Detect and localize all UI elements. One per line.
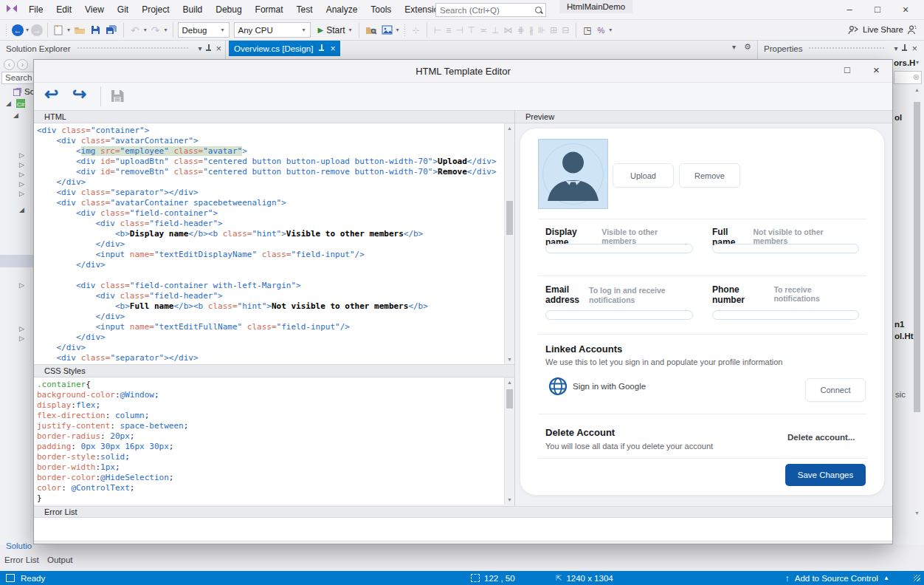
layout-tool-icon-9[interactable]: ⊪ (536, 25, 548, 35)
properties-combo-dropdown-icon[interactable]: ▾ (916, 59, 919, 66)
scrollbar-thumb[interactable] (914, 102, 920, 412)
code-line[interactable]: <input name="textEditDisplayName" class=… (37, 250, 514, 260)
code-line[interactable]: <div class="avatarContainer spacebetween… (37, 198, 514, 208)
output-tab[interactable]: Output (47, 555, 73, 564)
quick-search-input[interactable]: Search (Ctrl+Q) (435, 3, 546, 17)
tree-expanded-icon[interactable]: ◢ (6, 100, 11, 107)
scroll-up-icon[interactable]: ▲ (505, 380, 514, 385)
save-template-button[interactable] (109, 88, 125, 106)
layout-tool-icon-1[interactable]: ≡ (444, 25, 453, 35)
start-debugging-button[interactable]: ▶ Start ▾ (317, 25, 354, 35)
maximize-button[interactable]: □ (865, 0, 890, 19)
code-line[interactable]: } (37, 493, 514, 504)
code-line[interactable]: color: @ControlText; (37, 483, 514, 493)
scroll-down-icon[interactable]: ▼ (912, 510, 922, 516)
dialog-title-bar[interactable]: HTML Template Editor (34, 60, 892, 82)
tree-expanded-icon[interactable]: ◢ (13, 112, 18, 119)
toolbar-grip[interactable] (404, 24, 407, 37)
code-line[interactable]: </div> (37, 260, 514, 270)
tree-collapsed-icon[interactable]: ▷ (19, 161, 24, 168)
code-line[interactable]: <div class="field-container"> (37, 208, 514, 219)
window-mode-icon[interactable] (6, 574, 15, 582)
back-nav-icon[interactable]: ‹ (4, 59, 15, 70)
css-code[interactable]: .container{background-color:@Window;disp… (34, 377, 514, 504)
menu-build[interactable]: Build (176, 0, 210, 19)
properties-header[interactable]: Properties ▾ × (758, 41, 924, 56)
forward-nav-icon[interactable]: › (17, 59, 28, 70)
code-line[interactable]: </div> (37, 332, 514, 343)
save-button[interactable] (89, 24, 103, 35)
css-editor[interactable]: .container{background-color:@Window;disp… (34, 377, 514, 504)
image-preview-button[interactable] (380, 25, 394, 35)
toolbar-grip[interactable] (5, 24, 8, 37)
clear-search-icon[interactable]: ⊗ (913, 72, 920, 82)
code-line[interactable]: .container{ (37, 380, 514, 390)
open-folder-button[interactable] (72, 25, 87, 35)
css-editor-scrollbar[interactable]: ▲ ▼ (504, 377, 514, 504)
tree-collapsed-icon[interactable]: ▷ (19, 281, 24, 289)
overflow-dropdown-icon[interactable]: ▾ (608, 27, 613, 33)
menu-tools[interactable]: Tools (364, 0, 398, 19)
new-project-button[interactable] (52, 24, 65, 35)
phone-number-input[interactable] (712, 310, 859, 320)
layout-tool-icon-6[interactable]: ⋈ (502, 25, 515, 35)
layout-tool-icon-11[interactable]: ⊟ (559, 25, 571, 35)
dialog-maximize-button[interactable]: □ (844, 64, 850, 75)
code-line[interactable]: background-color:@Window; (37, 390, 514, 400)
code-line[interactable]: border-radius: 20px; (37, 431, 514, 442)
code-line[interactable]: flex-direction: column; (37, 411, 514, 421)
scroll-down-icon[interactable]: ▼ (505, 357, 514, 362)
layout-tool-icon-10[interactable]: ⊞ (548, 25, 559, 35)
redo-dropdown-icon[interactable]: ▾ (164, 27, 168, 33)
code-line[interactable]: <div class="field-header"> (37, 219, 514, 229)
code-line[interactable]: </div> (37, 343, 514, 353)
pin-icon[interactable] (318, 44, 325, 52)
size-to-grid-icon[interactable]: ◳ (581, 25, 593, 35)
menu-git[interactable]: Git (111, 0, 135, 19)
resize-grip[interactable] (914, 575, 920, 581)
tree-collapsed-icon[interactable]: ▷ (19, 180, 24, 188)
anchor-tool-icon[interactable]: ⊹ (410, 25, 422, 35)
solution-explorer-bottom-tab[interactable]: Solutio (6, 541, 33, 550)
delete-account-link[interactable]: Delete account... (787, 433, 855, 442)
code-line[interactable]: </div> (37, 312, 514, 322)
tab-order-icon[interactable]: % (596, 26, 607, 35)
tree-collapsed-icon[interactable]: ▷ (19, 325, 24, 332)
menu-project[interactable]: Project (135, 0, 176, 19)
document-options-gear-icon[interactable]: ⚙ (744, 42, 751, 52)
tree-expanded-icon[interactable]: ◢ (19, 206, 24, 213)
live-share-button[interactable]: Live Share (847, 24, 903, 35)
code-line[interactable]: <input name="textEditFullName" class="fi… (37, 322, 514, 332)
solution-platforms-combobox[interactable]: Any CPU▾ (234, 22, 311, 38)
menu-analyze[interactable]: Analyze (320, 0, 365, 19)
code-line[interactable]: border-width:1px; (37, 462, 514, 473)
code-line[interactable]: <div id="removeBtn" class="centered butt… (37, 167, 514, 177)
save-changes-button[interactable]: Save Changes (785, 464, 866, 486)
layout-tool-icon-4[interactable]: ≍ (477, 25, 489, 35)
back-dropdown-icon[interactable]: ▾ (25, 27, 30, 33)
undo-dropdown-icon[interactable]: ▾ (143, 27, 148, 33)
tab-list-dropdown-icon[interactable]: ▾ (732, 43, 736, 51)
dialog-close-button[interactable]: × (873, 64, 880, 76)
minimize-button[interactable]: – (837, 0, 862, 19)
scroll-up-icon[interactable]: ▲ (505, 126, 514, 131)
window-position-icon[interactable]: ▾ (890, 44, 901, 52)
code-line[interactable]: justify-content: space-between; (37, 421, 514, 431)
tree-collapsed-icon[interactable]: ▷ (19, 335, 24, 342)
code-line[interactable]: <div class="separator"></div> (37, 353, 514, 363)
menu-format[interactable]: Format (249, 0, 290, 19)
navigate-forward-button[interactable]: → (31, 24, 43, 36)
code-line[interactable]: </div> (37, 177, 514, 188)
scrollbar-thumb[interactable] (506, 201, 513, 235)
code-line[interactable]: <div class="field-container with-left-Ma… (37, 281, 514, 291)
feedback-icon[interactable] (906, 24, 917, 37)
code-line[interactable]: padding: 0px 30px 16px 30px; (37, 442, 514, 452)
code-line[interactable] (37, 270, 514, 281)
code-line[interactable]: display:flex; (37, 400, 514, 411)
code-line[interactable]: border-color:@HideSelection; (37, 473, 514, 483)
layout-tool-icon-3[interactable]: ⊤ (466, 25, 477, 35)
properties-object-combobox[interactable]: ors.H (894, 58, 915, 67)
redo-button[interactable]: ↷ (149, 24, 162, 36)
upload-button[interactable]: Upload (613, 163, 674, 188)
code-line[interactable]: <div class="separator"></div> (37, 188, 514, 198)
